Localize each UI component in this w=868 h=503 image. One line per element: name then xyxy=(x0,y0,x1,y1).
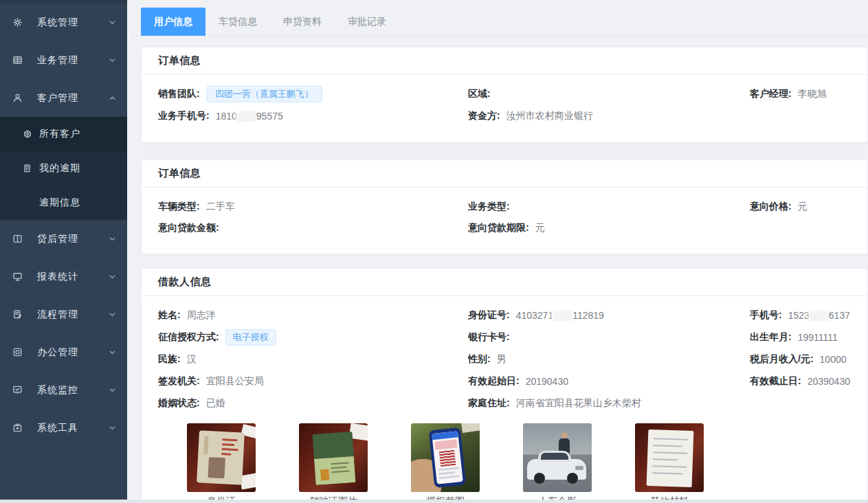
chevron-down-icon xyxy=(107,234,118,244)
tab-approval-records[interactable]: 审批记录 xyxy=(335,8,399,36)
notebook-icon xyxy=(23,164,32,173)
sidebar-item-my-overdue[interactable]: 我的逾期 xyxy=(0,151,127,186)
sidebar-item-business[interactable]: 业务管理 xyxy=(0,41,127,79)
user-icon xyxy=(12,93,23,103)
phone-qr-screenshot-thumbnail[interactable] xyxy=(411,423,480,492)
sidebar-item-customer[interactable]: 客户管理 xyxy=(0,79,127,117)
sales-team-tag[interactable]: 四团一营（直属王鹏飞） xyxy=(206,86,322,102)
field-intent-loan-amount: 意向贷款金额: xyxy=(158,222,468,234)
chevron-down-icon xyxy=(107,423,118,433)
sidebar-submenu-customer: 所有客户 我的逾期 逾期信息 xyxy=(0,117,127,220)
sidebar-item-monitor[interactable]: 系统监控 xyxy=(0,371,127,409)
green-booklet-photo-thumbnail[interactable] xyxy=(299,423,368,492)
card-title: 借款人信息 xyxy=(158,276,212,289)
sidebar-item-label: 贷后管理 xyxy=(37,233,107,245)
field-business-phone: 业务手机号: 181095575 xyxy=(158,110,468,122)
field-funder: 资金方: 汝州市农村商业银行 xyxy=(468,110,750,122)
sidebar-item-label: 逾期信息 xyxy=(39,197,80,209)
order-info-card-2: 订单信息 车辆类型: 二手车 业务类型: 意向价格: 元 意向贷款金额 xyxy=(141,159,868,254)
field-mobile: 手机号: 15236137 xyxy=(750,309,867,322)
field-ethnicity: 民族: 汉 xyxy=(158,353,468,366)
sidebar-item-overdue-info[interactable]: 逾期信息 xyxy=(0,186,127,220)
toolbox-icon xyxy=(12,423,23,433)
redacted-digits xyxy=(238,111,256,122)
field-credit-auth: 征信授权方式: 电子授权 xyxy=(158,329,468,346)
field-bank-card: 银行卡号: xyxy=(468,331,750,344)
card-title: 订单信息 xyxy=(158,54,201,67)
gear-icon xyxy=(12,17,23,27)
field-business-type: 业务类型: xyxy=(468,201,750,213)
sidebar-item-reports[interactable]: 报表统计 xyxy=(0,258,127,295)
chevron-up-icon xyxy=(107,93,118,103)
chevron-down-icon xyxy=(107,17,118,27)
tab-loan-application-docs[interactable]: 申贷资料 xyxy=(270,8,335,36)
paper-document-photo-thumbnail[interactable] xyxy=(635,423,704,492)
tab-user-info[interactable]: 用户信息 xyxy=(141,8,205,36)
sidebar-item-label: 系统工具 xyxy=(37,422,107,434)
redacted-digits xyxy=(554,311,572,321)
sidebar-item-system[interactable]: 系统管理 xyxy=(0,3,127,41)
field-home-address: 家庭住址: 河南省宜阳县花果山乡木柴村 xyxy=(468,397,750,410)
field-issuer: 签发机关: 宜阳县公安局 xyxy=(158,375,468,388)
sidebar-item-label: 报表统计 xyxy=(37,271,107,283)
square-circle-icon xyxy=(12,347,23,357)
chevron-down-icon xyxy=(107,385,118,395)
sidebar-item-office[interactable]: 办公管理 xyxy=(0,333,127,371)
grid-icon xyxy=(12,55,23,65)
field-name: 姓名: 周志洋 xyxy=(158,309,468,322)
field-region: 区域: xyxy=(468,88,750,100)
field-valid-from: 有效起始日: 20190430 xyxy=(468,375,750,388)
field-sales-team: 销售团队: 四团一营（直属王鹏飞） xyxy=(158,86,468,102)
field-marital-status: 婚姻状态: 已婚 xyxy=(158,397,468,410)
field-vehicle-type: 车辆类型: 二手车 xyxy=(158,201,468,213)
monitor-icon xyxy=(12,271,23,282)
field-gender: 性别: 男 xyxy=(468,353,750,366)
card-header: 借款人信息 xyxy=(142,269,867,296)
field-birth: 出生年月: 19911111 xyxy=(750,331,867,344)
person-with-car-photo-thumbnail[interactable] xyxy=(523,423,592,492)
sidebar-item-label: 所有客户 xyxy=(39,128,80,140)
main-content: 用户信息 车贷信息 申贷资料 审批记录 订单信息 销售团队: 四团一营（直属王鹏… xyxy=(131,0,868,503)
borrower-info-card: 借款人信息 姓名: 周志洋 身份证号: 4103271112819 手机号: 1… xyxy=(141,268,868,503)
sidebar-item-label: 系统管理 xyxy=(37,16,107,29)
field-valid-to: 有效截止日: 20390430 xyxy=(750,375,867,388)
id-card-photo-thumbnail[interactable] xyxy=(187,423,256,492)
detail-tabs: 用户信息 车贷信息 申贷资料 审批记录 xyxy=(131,0,868,36)
chevron-down-icon xyxy=(107,309,118,320)
wheel-icon xyxy=(23,129,32,139)
sidebar-item-label: 流程管理 xyxy=(37,309,107,321)
sidebar-item-workflow[interactable]: 流程管理 xyxy=(0,295,127,333)
chevron-down-icon xyxy=(107,347,118,357)
credit-auth-tag: 电子授权 xyxy=(225,329,276,346)
book-icon xyxy=(12,234,23,244)
horizontal-scrollbar[interactable] xyxy=(0,500,868,503)
card-header: 订单信息 xyxy=(142,160,867,188)
sidebar-item-post-loan[interactable]: 贷后管理 xyxy=(0,220,127,258)
order-info-card-1: 订单信息 销售团队: 四团一营（直属王鹏飞） 区域: 客户经理: 李晓旭 xyxy=(141,47,868,143)
sidebar-item-tools[interactable]: 系统工具 xyxy=(0,409,127,447)
field-intent-price: 意向价格: 元 xyxy=(750,201,867,213)
chevron-down-icon xyxy=(107,55,118,65)
document-photos: 身份证 驾驶证图片 xyxy=(142,423,867,503)
sidebar-item-label: 客户管理 xyxy=(37,92,107,104)
sidebar-item-all-customers[interactable]: 所有客户 xyxy=(0,117,127,151)
field-account-manager: 客户经理: 李晓旭 xyxy=(750,88,867,100)
document-edit-icon xyxy=(12,309,23,320)
field-id-number: 身份证号: 4103271112819 xyxy=(468,309,750,322)
chevron-down-icon xyxy=(107,271,118,282)
monitor-check-icon xyxy=(12,385,23,395)
field-intent-loan-term: 意向贷款期限: 元 xyxy=(468,222,750,234)
sidebar-item-label: 我的逾期 xyxy=(39,162,80,175)
field-income: 税后月收入/元: 10000 xyxy=(750,353,867,366)
card-title: 订单信息 xyxy=(158,167,201,180)
sidebar: 系统管理 业务管理 客户管理 所有客户 xyxy=(0,0,127,500)
card-header: 订单信息 xyxy=(142,47,867,75)
sidebar-item-label: 办公管理 xyxy=(37,346,107,359)
sidebar-item-label: 系统监控 xyxy=(37,384,107,396)
redacted-digits xyxy=(810,311,828,321)
sidebar-item-label: 业务管理 xyxy=(37,54,107,67)
tab-car-loan-info[interactable]: 车贷信息 xyxy=(205,8,270,36)
